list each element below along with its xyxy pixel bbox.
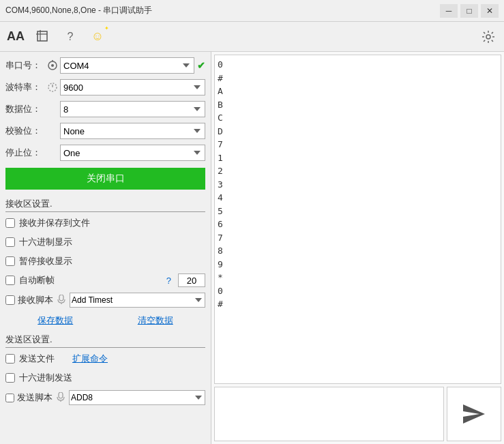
save-to-file-label: 接收并保存到文件 xyxy=(19,217,90,229)
svg-point-5 xyxy=(51,64,54,67)
send-script-label: 发送脚本 xyxy=(17,391,53,404)
script-mic-icon xyxy=(57,295,65,306)
databits-row: 数据位： 8 7 6 5 xyxy=(5,100,205,119)
pause-display-row: 暂停接收显示 xyxy=(5,253,205,269)
send-script-row: 发送脚本 ADD8 xyxy=(5,389,205,406)
port-label: 串口号： xyxy=(5,59,45,72)
minimize-button[interactable]: ─ xyxy=(440,4,458,18)
hex-display-checkbox[interactable] xyxy=(5,237,15,247)
stopbits-row: 停止位： One Two OnePointFive xyxy=(5,143,205,162)
send-area-container xyxy=(214,387,501,441)
hex-display-row: 十六进制显示 xyxy=(5,234,205,250)
send-textarea[interactable] xyxy=(214,387,444,441)
receive-script-row: 接收脚本 Add Timest xyxy=(5,291,205,309)
port-select-wrapper: COM4 COM1 COM2 COM3 ✔ xyxy=(60,57,205,74)
port-row: 串口号： COM4 COM1 COM2 COM3 ✔ xyxy=(5,56,205,75)
pause-display-checkbox[interactable] xyxy=(5,256,15,266)
receive-section-title: 接收区设置. xyxy=(5,198,205,212)
hex-display-label: 十六进制显示 xyxy=(19,236,72,248)
port-scan-icon[interactable] xyxy=(45,60,60,71)
auto-frame-input[interactable] xyxy=(178,273,205,287)
send-file-checkbox[interactable] xyxy=(5,354,15,364)
clear-data-button[interactable]: 清空数据 xyxy=(138,314,173,327)
settings-icon[interactable] xyxy=(478,27,499,47)
parity-row: 校验位： None Even Odd xyxy=(5,121,205,140)
baudrate-row: 波特率： 9600 115200 4800 19200 xyxy=(5,78,205,97)
svg-marker-13 xyxy=(463,404,485,424)
databits-label: 数据位： xyxy=(5,103,45,115)
stopbits-label: 停止位： xyxy=(5,147,45,159)
hex-send-row: 十六进制发送 xyxy=(5,370,205,386)
svg-rect-9 xyxy=(59,295,63,301)
hex-send-checkbox[interactable] xyxy=(5,373,15,383)
baudrate-icon xyxy=(45,82,60,93)
parity-select[interactable]: None Even Odd xyxy=(60,123,205,139)
close-button[interactable]: ✕ xyxy=(481,4,499,18)
databits-select[interactable]: 8 7 6 5 xyxy=(60,101,205,117)
stopbits-select[interactable]: One Two OnePointFive xyxy=(60,145,205,161)
title-bar: COM4,9600,None,8,One - 串口调试助手 ─ □ ✕ xyxy=(0,0,504,22)
pause-display-label: 暂停接收显示 xyxy=(19,255,72,267)
crop-icon[interactable] xyxy=(33,27,53,47)
auto-frame-label: 自动断帧 xyxy=(19,274,55,286)
smiley-icon[interactable]: ☺ ✦ xyxy=(87,27,108,47)
expand-cmd-button[interactable]: 扩展命令 xyxy=(72,353,108,365)
save-to-file-checkbox[interactable] xyxy=(5,218,15,228)
svg-rect-0 xyxy=(38,31,47,41)
window-controls: ─ □ ✕ xyxy=(440,4,499,18)
send-file-row: 发送文件 扩展命令 xyxy=(5,351,205,367)
baudrate-label: 波特率： xyxy=(5,81,45,93)
receive-script-label: 接收脚本 xyxy=(18,294,53,306)
close-port-button[interactable]: 关闭串口 xyxy=(5,168,205,190)
save-to-file-row: 接收并保存到文件 xyxy=(5,215,205,231)
restore-button[interactable]: □ xyxy=(460,4,478,18)
send-section-title: 发送区设置. xyxy=(5,334,205,348)
baudrate-select[interactable]: 9600 115200 4800 19200 xyxy=(60,79,205,95)
receive-script-select[interactable]: Add Timest xyxy=(70,293,205,308)
receive-script-checkbox[interactable] xyxy=(5,295,15,305)
svg-rect-11 xyxy=(59,392,63,398)
help-icon[interactable]: ? xyxy=(60,27,80,47)
toolbar: AA ? ☺ ✦ xyxy=(0,22,504,52)
font-icon[interactable]: AA xyxy=(5,27,26,47)
send-script-checkbox[interactable] xyxy=(5,394,14,402)
send-button[interactable] xyxy=(447,387,501,441)
port-check-icon: ✔ xyxy=(197,60,205,71)
port-select[interactable]: COM4 COM1 COM2 COM3 xyxy=(60,57,194,74)
right-panel: 0#ABCD7123456789*0# xyxy=(211,52,504,444)
svg-point-3 xyxy=(486,35,490,39)
main-container: 串口号： COM4 COM1 COM2 COM3 ✔ 波特率： xyxy=(0,52,504,444)
window-title: COM4,9600,None,8,One - 串口调试助手 xyxy=(5,5,152,16)
parity-label: 校验位： xyxy=(5,125,45,137)
left-panel: 串口号： COM4 COM1 COM2 COM3 ✔ 波特率： xyxy=(0,52,211,444)
receive-area: 0#ABCD7123456789*0# xyxy=(214,55,501,384)
hex-send-label: 十六进制发送 xyxy=(19,372,72,384)
auto-frame-checkbox[interactable] xyxy=(5,276,15,285)
auto-frame-row: 自动断帧 ? xyxy=(5,272,205,288)
auto-frame-question[interactable]: ? xyxy=(166,276,171,286)
send-file-label: 发送文件 xyxy=(19,353,55,365)
save-data-button[interactable]: 保存数据 xyxy=(38,314,73,327)
toolbar-left: AA ? ☺ ✦ xyxy=(5,27,108,47)
data-links: 保存数据 清空数据 xyxy=(5,314,205,327)
send-script-icon xyxy=(57,392,65,404)
send-script-select[interactable]: ADD8 xyxy=(69,390,205,405)
